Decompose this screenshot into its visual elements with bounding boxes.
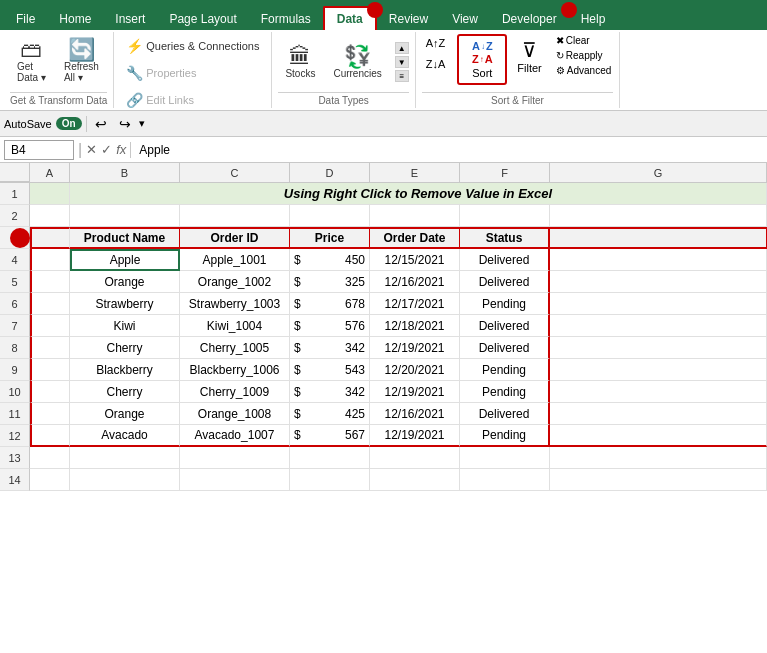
cell-b11[interactable]: Orange xyxy=(70,403,180,425)
cell-f3[interactable]: Status xyxy=(460,227,550,249)
cell-c4[interactable]: Apple_1001 xyxy=(180,249,290,271)
cell-g12[interactable] xyxy=(550,425,767,447)
cell-d5[interactable]: $325 xyxy=(290,271,370,293)
cell-c2[interactable] xyxy=(180,205,290,227)
cell-e7[interactable]: 12/18/2021 xyxy=(370,315,460,337)
cell-b3[interactable]: Product Name xyxy=(70,227,180,249)
cell-title-merged[interactable]: Using Right Click to Remove Value in Exc… xyxy=(70,183,767,205)
cell-d12[interactable]: $567 xyxy=(290,425,370,447)
clear-button[interactable]: ✖ Clear xyxy=(554,34,613,47)
cell-d11[interactable]: $425 xyxy=(290,403,370,425)
tab-page-layout[interactable]: Page Layout xyxy=(157,8,248,30)
cell-a2[interactable] xyxy=(30,205,70,227)
cell-a3[interactable] xyxy=(30,227,70,249)
col-header-g[interactable]: G xyxy=(550,163,767,182)
get-data-button[interactable]: 🗃 GetData ▾ xyxy=(10,34,53,88)
cell-c14[interactable] xyxy=(180,469,290,491)
cell-a13[interactable] xyxy=(30,447,70,469)
cell-d2[interactable] xyxy=(290,205,370,227)
cell-e13[interactable] xyxy=(370,447,460,469)
advanced-button[interactable]: ⚙ Advanced xyxy=(554,64,613,77)
data-type-down-arrow[interactable]: ▼ xyxy=(395,56,409,68)
cell-g10[interactable] xyxy=(550,381,767,403)
autosave-toggle[interactable]: On xyxy=(56,117,82,130)
cell-b13[interactable] xyxy=(70,447,180,469)
cell-a6[interactable] xyxy=(30,293,70,315)
cell-d14[interactable] xyxy=(290,469,370,491)
cell-b8[interactable]: Cherry xyxy=(70,337,180,359)
cell-g2[interactable] xyxy=(550,205,767,227)
cell-b9[interactable]: Blackberry xyxy=(70,359,180,381)
col-header-b[interactable]: B xyxy=(70,163,180,182)
cell-g4[interactable] xyxy=(550,249,767,271)
tab-insert[interactable]: Insert xyxy=(103,8,157,30)
cell-b5[interactable]: Orange xyxy=(70,271,180,293)
tab-data[interactable]: Data xyxy=(323,6,377,30)
sort-az-button[interactable]: A↑Z xyxy=(422,34,450,52)
cell-f2[interactable] xyxy=(460,205,550,227)
cell-f10[interactable]: Pending xyxy=(460,381,550,403)
cell-f8[interactable]: Delivered xyxy=(460,337,550,359)
cell-e11[interactable]: 12/16/2021 xyxy=(370,403,460,425)
cell-g9[interactable] xyxy=(550,359,767,381)
cell-f7[interactable]: Delivered xyxy=(460,315,550,337)
filter-button[interactable]: ⊽ Filter xyxy=(511,34,547,78)
cell-a10[interactable] xyxy=(30,381,70,403)
data-type-up-arrow[interactable]: ▲ xyxy=(395,42,409,54)
cell-c11[interactable]: Orange_1008 xyxy=(180,403,290,425)
tab-review[interactable]: Review xyxy=(377,8,440,30)
col-header-e[interactable]: E xyxy=(370,163,460,182)
formula-input[interactable] xyxy=(135,141,763,159)
cell-d7[interactable]: $576 xyxy=(290,315,370,337)
cell-d9[interactable]: $543 xyxy=(290,359,370,381)
cell-f4[interactable]: Delivered xyxy=(460,249,550,271)
redo-button[interactable]: ↪ xyxy=(115,114,135,134)
cell-e14[interactable] xyxy=(370,469,460,491)
cell-d13[interactable] xyxy=(290,447,370,469)
sort-button[interactable]: A↓Z Z↑A Sort xyxy=(457,34,507,85)
tab-developer[interactable]: Developer xyxy=(490,8,569,30)
tab-formulas[interactable]: Formulas xyxy=(249,8,323,30)
cell-b4[interactable]: Apple xyxy=(70,249,180,271)
cell-f14[interactable] xyxy=(460,469,550,491)
cell-g14[interactable] xyxy=(550,469,767,491)
cell-a12[interactable] xyxy=(30,425,70,447)
cell-f11[interactable]: Delivered xyxy=(460,403,550,425)
cell-b12[interactable]: Avacado xyxy=(70,425,180,447)
cell-c5[interactable]: Orange_1002 xyxy=(180,271,290,293)
cell-g11[interactable] xyxy=(550,403,767,425)
cell-d4[interactable]: $450 xyxy=(290,249,370,271)
confirm-formula-icon[interactable]: ✓ xyxy=(101,142,112,157)
cell-c8[interactable]: Cherry_1005 xyxy=(180,337,290,359)
tab-file[interactable]: File xyxy=(4,8,47,30)
cell-e12[interactable]: 12/19/2021 xyxy=(370,425,460,447)
cell-a4[interactable] xyxy=(30,249,70,271)
cell-e5[interactable]: 12/16/2021 xyxy=(370,271,460,293)
cell-e9[interactable]: 12/20/2021 xyxy=(370,359,460,381)
cell-a8[interactable] xyxy=(30,337,70,359)
col-header-d[interactable]: D xyxy=(290,163,370,182)
cell-d3[interactable]: Price xyxy=(290,227,370,249)
cell-a11[interactable] xyxy=(30,403,70,425)
cell-b6[interactable]: Strawberry xyxy=(70,293,180,315)
cell-d10[interactable]: $342 xyxy=(290,381,370,403)
col-header-c[interactable]: C xyxy=(180,163,290,182)
sort-za-button[interactable]: Z↓A xyxy=(422,55,450,73)
cell-c3[interactable]: Order ID xyxy=(180,227,290,249)
cell-f5[interactable]: Delivered xyxy=(460,271,550,293)
cell-e3[interactable]: Order Date xyxy=(370,227,460,249)
cell-a5[interactable] xyxy=(30,271,70,293)
cell-g6[interactable] xyxy=(550,293,767,315)
cell-c9[interactable]: Blackberry_1006 xyxy=(180,359,290,381)
cell-c7[interactable]: Kiwi_1004 xyxy=(180,315,290,337)
reapply-button[interactable]: ↻ Reapply xyxy=(554,49,613,62)
cell-e10[interactable]: 12/19/2021 xyxy=(370,381,460,403)
cell-f13[interactable] xyxy=(460,447,550,469)
cell-a14[interactable] xyxy=(30,469,70,491)
cell-g3[interactable] xyxy=(550,227,767,249)
cell-c6[interactable]: Strawberry_1003 xyxy=(180,293,290,315)
cell-g13[interactable] xyxy=(550,447,767,469)
queries-connections-button[interactable]: ⚡ Queries & Connections xyxy=(120,34,265,58)
cell-f9[interactable]: Pending xyxy=(460,359,550,381)
cell-e8[interactable]: 12/19/2021 xyxy=(370,337,460,359)
